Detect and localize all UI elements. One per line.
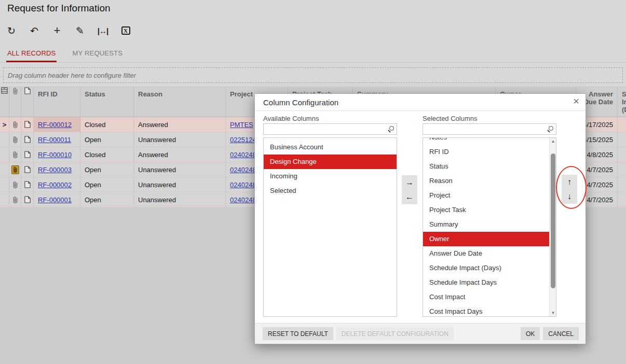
list-item[interactable]: Project bbox=[423, 188, 550, 203]
reason-cell: Unanswered bbox=[134, 177, 226, 192]
document-icon bbox=[24, 87, 31, 94]
list-item-selected[interactable]: Owner bbox=[423, 232, 550, 246]
attachment-badge bbox=[11, 165, 19, 174]
list-item[interactable]: Selected bbox=[264, 184, 397, 198]
row-files-button[interactable] bbox=[9, 192, 21, 207]
paperclip-icon bbox=[12, 196, 18, 204]
status-cell: Closed bbox=[80, 147, 134, 162]
move-right-button[interactable]: → bbox=[402, 175, 417, 190]
list-item[interactable]: Schedule Impact (Days) bbox=[423, 261, 550, 275]
project-link[interactable]: 0240248 bbox=[230, 196, 256, 204]
available-search-input[interactable] bbox=[263, 123, 397, 135]
project-link[interactable]: PMTES bbox=[230, 121, 253, 129]
document-icon bbox=[24, 181, 31, 188]
rfi-id-link[interactable]: RF-000011 bbox=[38, 136, 71, 144]
paperclip-icon bbox=[12, 181, 18, 189]
files-column-header[interactable] bbox=[9, 87, 21, 117]
row-notes-button[interactable] bbox=[21, 177, 34, 192]
row-notes-button[interactable] bbox=[21, 162, 34, 177]
rfi-id-cell: RF-000002 bbox=[34, 177, 80, 192]
schedule-impact-cell bbox=[618, 177, 626, 192]
scroll-up-icon[interactable]: ▲ bbox=[550, 138, 556, 145]
export-excel-icon: X bbox=[121, 26, 130, 35]
list-item[interactable]: Schedule Impact Days bbox=[423, 275, 550, 290]
list-item[interactable]: Status bbox=[423, 159, 550, 174]
project-link[interactable]: 0240248 bbox=[230, 166, 256, 174]
rfi-id-cell: RF-000001 bbox=[34, 192, 80, 207]
move-up-button[interactable]: ↑ bbox=[562, 175, 577, 189]
arrow-up-icon: ↑ bbox=[567, 177, 571, 187]
filter-drop-zone[interactable]: Drag column header here to configure fil… bbox=[3, 67, 623, 83]
scrollbar[interactable]: ▲ ▼ bbox=[549, 138, 556, 316]
tab-bar: ALL RECORDS MY REQUESTS bbox=[0, 46, 626, 63]
project-link[interactable]: 0240248 bbox=[230, 181, 256, 189]
page-header-area: Request for Information ↻ ↶ + ✎ |↔| X AL… bbox=[0, 0, 626, 87]
row-files-button[interactable] bbox=[9, 162, 21, 177]
list-item[interactable]: Answer Due Date bbox=[423, 246, 550, 261]
row-files-button[interactable] bbox=[9, 132, 21, 147]
list-item[interactable]: Project Task bbox=[423, 203, 550, 217]
move-left-button[interactable]: ← bbox=[402, 190, 417, 204]
close-icon[interactable]: × bbox=[573, 96, 579, 106]
row-files-button[interactable] bbox=[9, 147, 21, 162]
ok-button[interactable]: OK bbox=[521, 327, 540, 340]
add-record-button[interactable]: + bbox=[50, 23, 64, 38]
row-indicator bbox=[0, 162, 9, 177]
project-link[interactable]: 0240248 bbox=[230, 151, 256, 159]
column-configuration-dialog: Column Configuration × Available Columns… bbox=[254, 93, 586, 344]
list-item[interactable]: Cost Impact Days bbox=[423, 304, 550, 317]
scrollbar-thumb[interactable] bbox=[551, 153, 555, 288]
undo-button[interactable]: ↶ bbox=[27, 23, 42, 38]
reason-cell: Unanswered bbox=[134, 132, 226, 147]
row-notes-button[interactable] bbox=[21, 117, 34, 132]
list-item-selected[interactable]: Design Change bbox=[264, 155, 397, 169]
rfi-id-link[interactable]: RF-000002 bbox=[38, 181, 72, 189]
column-header-schedule-impact[interactable]: Schedule Impact (Days) bbox=[618, 87, 626, 117]
selected-search-input[interactable] bbox=[423, 123, 556, 135]
scroll-down-icon[interactable]: ▼ bbox=[550, 310, 556, 316]
column-header-status[interactable]: Status bbox=[80, 87, 134, 117]
column-header-reason[interactable]: Reason bbox=[134, 87, 226, 117]
column-header-rfi-id[interactable]: RFI ID bbox=[34, 87, 80, 117]
delete-default-configuration-button[interactable]: DELETE DEFAULT CONFIGURATION bbox=[336, 327, 454, 340]
rfi-id-link[interactable]: RF-000003 bbox=[38, 166, 72, 174]
project-link[interactable]: 0225124 bbox=[230, 136, 256, 144]
move-down-button[interactable]: ↓ bbox=[562, 189, 577, 204]
row-indicator bbox=[0, 177, 9, 192]
cancel-button[interactable]: CANCEL bbox=[543, 327, 579, 340]
arrow-down-icon: ↓ bbox=[567, 192, 571, 201]
list-item[interactable]: Incoming bbox=[264, 169, 397, 184]
rfi-id-link[interactable]: RF-000001 bbox=[38, 196, 72, 204]
status-cell: Closed bbox=[80, 117, 134, 132]
row-files-button[interactable] bbox=[9, 117, 21, 132]
edit-icon: ✎ bbox=[76, 26, 84, 36]
schedule-impact-cell bbox=[618, 162, 626, 177]
row-notes-button[interactable] bbox=[21, 192, 34, 207]
paperclip-icon bbox=[13, 166, 18, 173]
list-item[interactable]: Cost Impact bbox=[423, 290, 550, 304]
export-excel-button[interactable]: X bbox=[118, 23, 133, 38]
page-title: Request for Information bbox=[7, 3, 111, 14]
arrow-right-icon: → bbox=[405, 178, 414, 187]
document-icon bbox=[24, 151, 31, 158]
tab-my-requests[interactable]: MY REQUESTS bbox=[71, 46, 124, 62]
list-item[interactable]: RFI ID bbox=[423, 145, 550, 159]
notes-column-header[interactable] bbox=[21, 87, 34, 117]
rfi-id-link[interactable]: RF-000012 bbox=[38, 121, 72, 129]
list-item[interactable]: Summary bbox=[423, 217, 550, 232]
row-notes-button[interactable] bbox=[21, 132, 34, 147]
rfi-id-link[interactable]: RF-000010 bbox=[38, 151, 72, 159]
fit-width-button[interactable]: |↔| bbox=[96, 23, 110, 38]
row-notes-button[interactable] bbox=[21, 147, 34, 162]
row-files-button[interactable] bbox=[9, 177, 21, 192]
reset-to-default-button[interactable]: RESET TO DEFAULT bbox=[263, 327, 333, 340]
list-item[interactable]: Notes bbox=[423, 137, 550, 145]
list-item[interactable]: Business Account bbox=[264, 140, 397, 155]
list-item[interactable]: Reason bbox=[423, 174, 550, 188]
rfi-id-cell: RF-000012 bbox=[34, 117, 80, 132]
tab-all-records[interactable]: ALL RECORDS bbox=[6, 46, 57, 62]
refresh-button[interactable]: ↻ bbox=[4, 23, 19, 38]
edit-record-button[interactable]: ✎ bbox=[73, 23, 87, 38]
row-indicator bbox=[0, 192, 9, 207]
grid-settings-header-cell[interactable] bbox=[0, 87, 9, 117]
